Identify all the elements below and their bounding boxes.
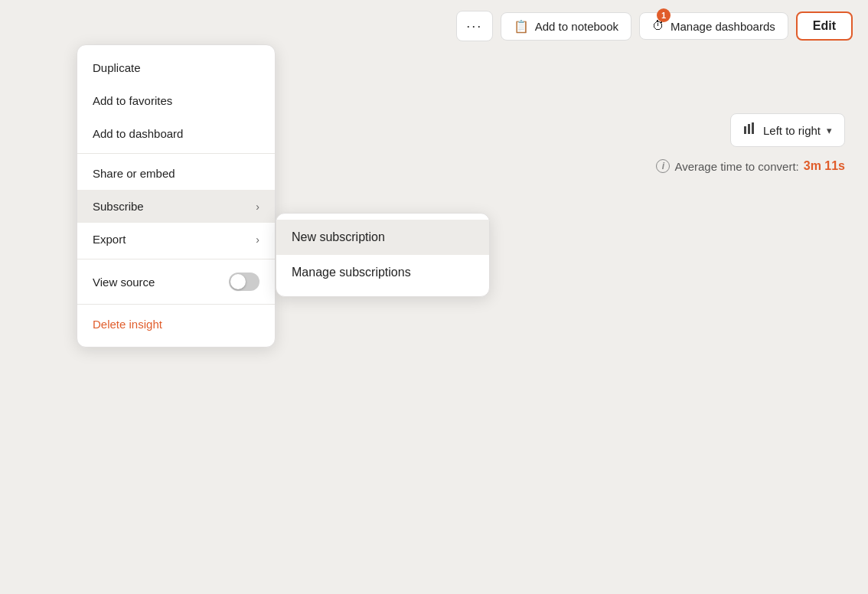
notebook-icon: 📋	[514, 19, 529, 34]
submenu-item-manage-subscriptions[interactable]: Manage subscriptions	[276, 255, 489, 290]
share-embed-label: Share or embed	[93, 167, 175, 180]
main-content: Duplicate Add to favorites Add to dashbo…	[0, 52, 868, 83]
menu-item-view-source[interactable]: View source	[77, 263, 275, 301]
avg-time-label: Average time to convert:	[674, 160, 798, 173]
notification-badge: 1	[657, 8, 671, 22]
view-source-label: View source	[93, 276, 155, 289]
direction-button[interactable]: Left to right ▾	[730, 113, 845, 147]
manage-subscriptions-label: Manage subscriptions	[292, 266, 411, 279]
avg-time-container: i Average time to convert: 3m 11s	[656, 159, 845, 173]
add-to-notebook-button[interactable]: 📋 Add to notebook	[501, 12, 631, 41]
menu-item-share-embed[interactable]: Share or embed	[77, 157, 275, 190]
chevron-right-icon-export: ›	[256, 233, 259, 246]
svg-rect-2	[752, 122, 754, 134]
chevron-right-icon: ›	[256, 201, 259, 213]
duplicate-label: Duplicate	[93, 61, 141, 74]
menu-item-duplicate[interactable]: Duplicate	[77, 51, 275, 84]
chevron-down-icon: ▾	[827, 125, 832, 136]
add-favorites-label: Add to favorites	[93, 94, 172, 107]
add-dashboard-label: Add to dashboard	[93, 127, 183, 140]
new-subscription-label: New subscription	[292, 230, 385, 243]
direction-label: Left to right	[763, 124, 821, 137]
menu-item-delete-insight[interactable]: Delete insight	[77, 308, 275, 341]
edit-button[interactable]: Edit	[796, 11, 853, 41]
menu-item-subscribe[interactable]: Subscribe ›	[77, 190, 275, 223]
divider-3	[77, 304, 275, 305]
manage-dashboards-button[interactable]: 1 ⏱ Manage dashboards	[639, 12, 788, 40]
view-source-toggle[interactable]	[229, 273, 259, 291]
right-panel: Left to right ▾	[730, 113, 845, 147]
menu-item-add-favorites[interactable]: Add to favorites	[77, 84, 275, 117]
menu-item-add-dashboard[interactable]: Add to dashboard	[77, 117, 275, 150]
subscribe-label: Subscribe	[93, 200, 144, 213]
menu-item-export[interactable]: Export ›	[77, 223, 275, 256]
dots-icon: ···	[466, 18, 482, 34]
delete-insight-label: Delete insight	[93, 318, 162, 331]
divider-2	[77, 259, 275, 259]
dropdown-menu: Duplicate Add to favorites Add to dashbo…	[77, 44, 276, 348]
manage-dashboards-label: Manage dashboards	[671, 20, 775, 33]
info-icon: i	[656, 159, 670, 173]
submenu-item-new-subscription[interactable]: New subscription	[276, 220, 489, 255]
more-options-button[interactable]: ···	[456, 11, 493, 41]
subscribe-submenu: New subscription Manage subscriptions	[276, 213, 490, 297]
avg-time-value: 3m 11s	[804, 159, 845, 173]
edit-label: Edit	[813, 19, 836, 32]
svg-rect-1	[748, 124, 750, 134]
export-label: Export	[93, 233, 126, 246]
bar-chart-icon	[743, 122, 757, 139]
add-to-notebook-label: Add to notebook	[535, 20, 618, 33]
divider-1	[77, 153, 275, 154]
svg-rect-0	[744, 126, 746, 134]
